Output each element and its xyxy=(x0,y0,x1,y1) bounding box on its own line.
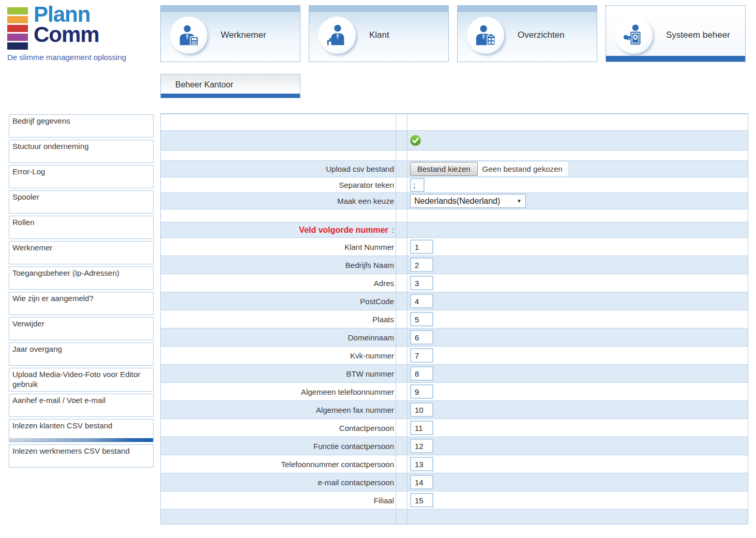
file-status-text: Geen bestand gekozen xyxy=(478,165,563,173)
main-nav: Werknemer Klant xyxy=(160,5,746,62)
field-row-adres: Adres xyxy=(161,274,748,292)
sidebar-item-inlezen-werknemers-csv[interactable]: Inlezen werknemers CSV bestand xyxy=(9,444,154,468)
sidebar-item-label: Jaar overgang xyxy=(12,345,62,353)
sidebar-item-spooler[interactable]: Spooler xyxy=(9,190,154,214)
sidebar-item-label: Upload Media-Video-Foto voor Editor gebr… xyxy=(12,370,140,388)
sidebar-item-inlezen-klanten-csv[interactable]: Inlezen klanten CSV bestand xyxy=(9,419,154,442)
field-label: Algemeen fax nummer xyxy=(316,406,394,414)
sidebar-item-wie-zijn-er-aangemeld[interactable]: Wie zijn er aangemeld? xyxy=(9,292,154,315)
field-order-input[interactable] xyxy=(410,439,433,453)
field-order-input[interactable] xyxy=(410,276,433,290)
logo-text-comm: Comm xyxy=(34,24,99,44)
language-select-value: Nederlands(Nederland) xyxy=(414,197,500,206)
sidebar-item-stuctuur-onderneming[interactable]: Stuctuur onderneming xyxy=(9,140,154,163)
empty-row xyxy=(161,151,748,161)
sidebar-item-label: Inlezen werknemers CSV bestand xyxy=(12,446,130,455)
field-label: Klant Nummer xyxy=(344,243,394,251)
systeem-beheer-icon xyxy=(615,17,653,54)
sidebar-item-label: Bedrijf gegevens xyxy=(12,116,70,125)
separator-label: Separator teken xyxy=(339,181,394,189)
field-order-input[interactable] xyxy=(410,366,433,381)
sidebar-item-jaar-overgang[interactable]: Jaar overgang xyxy=(9,342,154,366)
field-label: Bedrijfs Naam xyxy=(345,261,394,270)
field-label: Filiaal xyxy=(374,496,394,505)
section-heading: Veld volgorde nummer xyxy=(299,226,388,235)
field-order-input[interactable] xyxy=(410,348,433,363)
logo-wordmark: Plann Comm xyxy=(34,4,99,44)
field-row-domeinnaam: Domeinnaam xyxy=(161,328,748,347)
field-order-input[interactable] xyxy=(410,294,433,308)
upload-label: Upload csv bestand xyxy=(326,165,394,173)
sidebar-item-label: Aanhef e-mail / Voet e-mail xyxy=(12,396,105,405)
tab-label: Systeem beheer xyxy=(666,30,730,40)
sidebar-item-bedrijf-gegevens[interactable]: Bedrijf gegevens xyxy=(9,114,154,138)
field-row-algemeen-fax-nummer: Algemeen fax nummer xyxy=(161,401,748,419)
field-row-bedrijfs-naam: Bedrijfs Naam xyxy=(161,256,748,274)
field-row-btw-nummer: BTW nummer xyxy=(161,365,748,383)
logo-tagline: De slimme management oplossing xyxy=(7,53,126,62)
file-input: Bestand kiezen Geen bestand gekozen xyxy=(410,162,568,176)
tab-overzichten[interactable]: Overzichten xyxy=(457,5,597,62)
upload-row: Upload csv bestand Bestand kiezen Geen b… xyxy=(161,161,748,177)
chevron-down-icon: ▼ xyxy=(517,198,522,204)
field-order-input[interactable] xyxy=(410,402,433,417)
language-label: Maak een keuze xyxy=(337,197,394,205)
sidebar-item-label: Verwijder xyxy=(12,319,44,328)
separator-input[interactable] xyxy=(410,178,425,192)
sidebar-item-label: Inlezen klanten CSV bestand xyxy=(12,421,112,430)
field-order-input[interactable] xyxy=(410,421,433,435)
sidebar-item-aanhef-email[interactable]: Aanhef e-mail / Voet e-mail xyxy=(9,394,154,417)
sidebar-item-label: Rollen xyxy=(12,218,35,227)
sidebar-item-label: Wie zijn er aangemeld? xyxy=(12,294,94,303)
field-row-postcode: PostCode xyxy=(161,292,748,310)
tab-werknemer[interactable]: Werknemer xyxy=(160,5,300,62)
choose-file-button[interactable]: Bestand kiezen xyxy=(410,162,478,176)
tab-klant[interactable]: Klant xyxy=(309,5,449,62)
sidebar-item-werknemer[interactable]: Werknemer xyxy=(9,241,154,264)
language-row: Maak een keuze Nederlands(Nederland) ▼ xyxy=(161,193,748,210)
tab-label: Overzichten xyxy=(518,30,565,40)
field-label: Kvk-nummer xyxy=(350,351,394,360)
sidebar-item-verwijder[interactable]: Verwijder xyxy=(9,317,154,340)
field-label: Functie contactpersoon xyxy=(313,442,394,451)
sidebar-item-upload-media[interactable]: Upload Media-Video-Foto voor Editor gebr… xyxy=(9,368,154,392)
language-select[interactable]: Nederlands(Nederland) ▼ xyxy=(410,194,526,208)
klant-icon xyxy=(319,17,356,54)
empty-row xyxy=(161,510,748,524)
field-row-kvk-nummer: Kvk-nummer xyxy=(161,347,748,365)
field-order-input[interactable] xyxy=(410,457,433,471)
empty-row xyxy=(161,210,748,222)
field-order-input[interactable] xyxy=(410,330,433,345)
field-label: PostCode xyxy=(360,297,394,306)
section-heading-row: Veld volgorde nummer : xyxy=(161,222,748,238)
planncomm-logo: Plann Comm De slimme management oplossin… xyxy=(7,4,126,62)
field-label: Adres xyxy=(374,279,394,288)
sidebar-item-rollen[interactable]: Rollen xyxy=(9,216,154,239)
csv-import-form: Upload csv bestand Bestand kiezen Geen b… xyxy=(160,113,748,525)
status-row xyxy=(161,131,748,151)
field-label: e-mail contactpersoon xyxy=(317,478,394,487)
field-label: Plaats xyxy=(372,315,394,324)
field-order-input[interactable] xyxy=(410,258,433,272)
field-label: Algemeen telefoonnummer xyxy=(301,387,394,396)
tab-systeem-beheer[interactable]: Systeem beheer xyxy=(606,5,746,62)
logo-color-bars-icon xyxy=(7,7,28,50)
overzichten-icon xyxy=(467,17,504,54)
field-row-plaats: Plaats xyxy=(161,310,748,328)
field-row-email-contactpersoon: e-mail contactpersoon xyxy=(161,473,748,491)
sidebar-item-label: Error-Log xyxy=(12,167,45,176)
sidebar-item-toegangsbeheer[interactable]: Toegangsbeheer (Ip-Adressen) xyxy=(9,266,154,290)
werknemer-icon xyxy=(170,17,207,54)
field-order-input[interactable] xyxy=(410,240,433,254)
empty-row xyxy=(161,114,748,131)
field-order-input[interactable] xyxy=(410,312,433,326)
field-order-input[interactable] xyxy=(410,475,433,489)
sidebar-item-error-log[interactable]: Error-Log xyxy=(9,165,154,188)
field-row-algemeen-telefoonnummer: Algemeen telefoonnummer xyxy=(161,383,748,401)
field-label: Domeinnaam xyxy=(348,333,394,342)
field-order-input[interactable] xyxy=(410,493,433,507)
subtab-beheer-kantoor[interactable]: Beheer Kantoor xyxy=(160,74,300,98)
field-label: BTW nummer xyxy=(346,369,394,378)
sidebar: Bedrijf gegevens Stuctuur onderneming Er… xyxy=(9,114,154,470)
field-order-input[interactable] xyxy=(410,384,433,399)
